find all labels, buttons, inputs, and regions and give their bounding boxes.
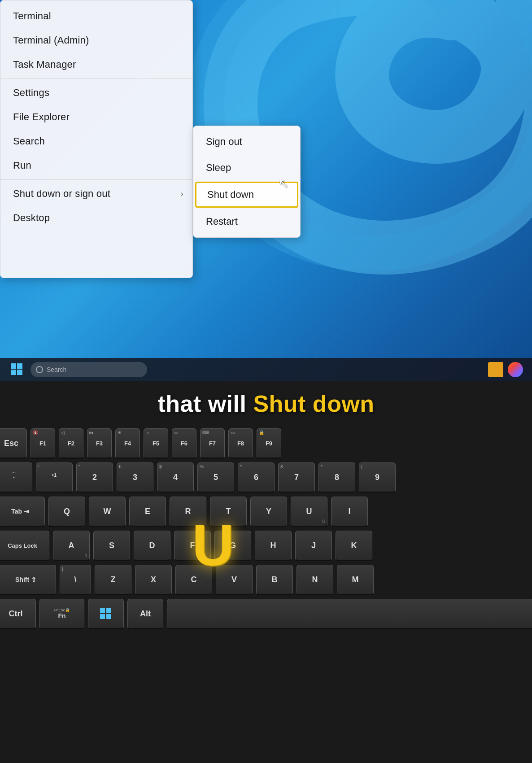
key-caps-lock[interactable]: Caps Lock bbox=[0, 531, 49, 561]
svg-rect-5 bbox=[106, 608, 111, 613]
key-h-label: H bbox=[270, 541, 276, 550]
key-s[interactable]: S bbox=[93, 531, 130, 561]
key-7-top: & bbox=[280, 465, 283, 469]
key-q-label: Q bbox=[64, 507, 70, 516]
key-4[interactable]: $ 4 bbox=[157, 462, 194, 493]
key-ctrl[interactable]: Ctrl bbox=[0, 599, 36, 629]
key-2[interactable]: " 2 bbox=[76, 462, 113, 493]
key-i[interactable]: I bbox=[331, 497, 368, 527]
menu-item-terminal-admin[interactable]: Terminal (Admin) bbox=[0, 28, 192, 52]
submenu-item-shut-down[interactable]: Shut down bbox=[195, 182, 298, 208]
menu-item-desktop[interactable]: Desktop bbox=[0, 206, 192, 230]
menu-item-search-label: Search bbox=[13, 135, 45, 147]
key-a[interactable]: A ó bbox=[53, 531, 90, 561]
key-x-label: X bbox=[151, 575, 156, 584]
key-fn-esc-label: FnEsc🔒 bbox=[54, 608, 70, 612]
key-backslash[interactable]: | \ bbox=[60, 565, 91, 595]
taskbar-search-box[interactable]: Search bbox=[31, 362, 147, 377]
menu-item-file-explorer-label: File Explorer bbox=[13, 111, 70, 123]
windows-key-icon bbox=[100, 608, 112, 619]
key-x[interactable]: X bbox=[135, 565, 172, 595]
key-b[interactable]: B bbox=[256, 565, 293, 595]
svg-rect-0 bbox=[11, 363, 16, 369]
desktop-area: Terminal Terminal (Admin) Task Manager S… bbox=[0, 0, 532, 381]
key-7-label: 7 bbox=[294, 473, 299, 482]
key-z[interactable]: Z bbox=[95, 565, 131, 595]
key-f7[interactable]: ⌨ F7 bbox=[200, 428, 225, 459]
taskbar-search-label: Search bbox=[47, 366, 66, 373]
key-j[interactable]: J bbox=[295, 531, 332, 561]
key-f1-icon: 🔇 bbox=[33, 431, 38, 435]
key-windows[interactable] bbox=[88, 599, 124, 629]
taskbar-browser-icon[interactable] bbox=[508, 362, 523, 377]
menu-divider-1 bbox=[0, 78, 192, 79]
key-6-top: ^ bbox=[240, 465, 242, 469]
key-f3[interactable]: ⏮ F3 bbox=[87, 428, 112, 459]
caption-text-before: that will bbox=[157, 391, 253, 417]
key-fn[interactable]: FnEsc🔒 Fn bbox=[39, 599, 84, 629]
key-f7-label: F7 bbox=[209, 440, 216, 447]
key-9[interactable]: ( 9 bbox=[359, 462, 396, 493]
svg-rect-3 bbox=[17, 370, 22, 375]
key-1[interactable]: ! '1 bbox=[36, 462, 73, 493]
key-shift-left[interactable]: Shift ⇧ bbox=[0, 565, 56, 595]
key-backtick-top: ~ bbox=[12, 470, 16, 476]
menu-item-search[interactable]: Search bbox=[0, 129, 192, 153]
key-f6[interactable]: ▭ F6 bbox=[172, 428, 196, 459]
key-w[interactable]: W bbox=[89, 497, 126, 527]
taskbar-folder-icon[interactable] bbox=[488, 362, 503, 377]
key-n[interactable]: N bbox=[297, 565, 333, 595]
svg-rect-7 bbox=[106, 614, 111, 619]
key-3-top: £ bbox=[119, 465, 122, 469]
key-k[interactable]: K bbox=[336, 531, 372, 561]
submenu-item-restart[interactable]: Restart bbox=[193, 209, 300, 235]
key-8[interactable]: * 8 bbox=[318, 462, 355, 493]
key-d[interactable]: D bbox=[134, 531, 170, 561]
menu-item-settings[interactable]: Settings bbox=[0, 81, 192, 105]
menu-item-shutdown-or-signout[interactable]: Shut down or sign out › bbox=[0, 182, 192, 206]
submenu-item-sleep[interactable]: Sleep bbox=[193, 155, 300, 181]
key-5[interactable]: % 5 bbox=[197, 462, 234, 493]
key-m[interactable]: M bbox=[337, 565, 374, 595]
menu-item-run[interactable]: Run bbox=[0, 153, 192, 178]
key-e[interactable]: E bbox=[129, 497, 166, 527]
key-6[interactable]: ^ 6 bbox=[238, 462, 275, 493]
key-z-label: Z bbox=[111, 575, 116, 584]
key-f2[interactable]: ◁ F2 bbox=[59, 428, 83, 459]
key-f4[interactable]: ✳ F4 bbox=[115, 428, 140, 459]
submenu-item-sign-out[interactable]: Sign out bbox=[193, 129, 300, 155]
menu-item-task-manager[interactable]: Task Manager bbox=[0, 52, 192, 77]
key-f7-icon: ⌨ bbox=[202, 431, 209, 435]
key-esc[interactable]: Esc bbox=[0, 428, 27, 459]
key-f9[interactable]: 🔒 F9 bbox=[257, 428, 281, 459]
menu-item-file-explorer[interactable]: File Explorer bbox=[0, 105, 192, 129]
key-backtick[interactable]: ~ ` bbox=[0, 462, 32, 493]
key-f1[interactable]: 🔇 F1 bbox=[31, 428, 55, 459]
key-q[interactable]: Q bbox=[48, 497, 85, 527]
key-8-top: * bbox=[321, 465, 323, 469]
taskbar-start-button[interactable] bbox=[9, 362, 25, 378]
key-space[interactable] bbox=[167, 599, 532, 629]
key-tab[interactable]: Tab ⇥ bbox=[0, 497, 45, 527]
menu-item-terminal[interactable]: Terminal bbox=[0, 4, 192, 28]
key-4-top: $ bbox=[159, 465, 162, 469]
key-f6-icon: ▭ bbox=[174, 431, 178, 435]
keyboard-area: that will Shut down U Esc 🔇 F1 ◁ F2 ⏮ F3 bbox=[0, 381, 532, 763]
key-3[interactable]: £ 3 bbox=[117, 462, 153, 493]
key-f9-icon: 🔒 bbox=[259, 431, 264, 435]
key-f5-icon: ☼ bbox=[146, 431, 150, 435]
key-f8[interactable]: ▭ F8 bbox=[228, 428, 253, 459]
key-7[interactable]: & 7 bbox=[278, 462, 315, 493]
chevron-right-icon: › bbox=[181, 189, 183, 199]
caption-text-highlight: Shut down bbox=[253, 391, 374, 417]
key-ctrl-label: Ctrl bbox=[9, 609, 23, 619]
key-y[interactable]: Y bbox=[250, 497, 287, 527]
key-f5[interactable]: ☼ F5 bbox=[144, 428, 168, 459]
key-u[interactable]: U ü bbox=[291, 497, 327, 527]
key-row-zxcv: Shift ⇧ | \ Z X C V B N bbox=[0, 565, 532, 595]
key-backslash-label: \ bbox=[74, 575, 76, 584]
menu-item-task-manager-label: Task Manager bbox=[13, 59, 76, 70]
key-alt[interactable]: Alt bbox=[127, 599, 163, 629]
key-h[interactable]: H bbox=[255, 531, 292, 561]
context-menu-sub: Sign out Sleep Shut down Restart bbox=[193, 126, 301, 238]
